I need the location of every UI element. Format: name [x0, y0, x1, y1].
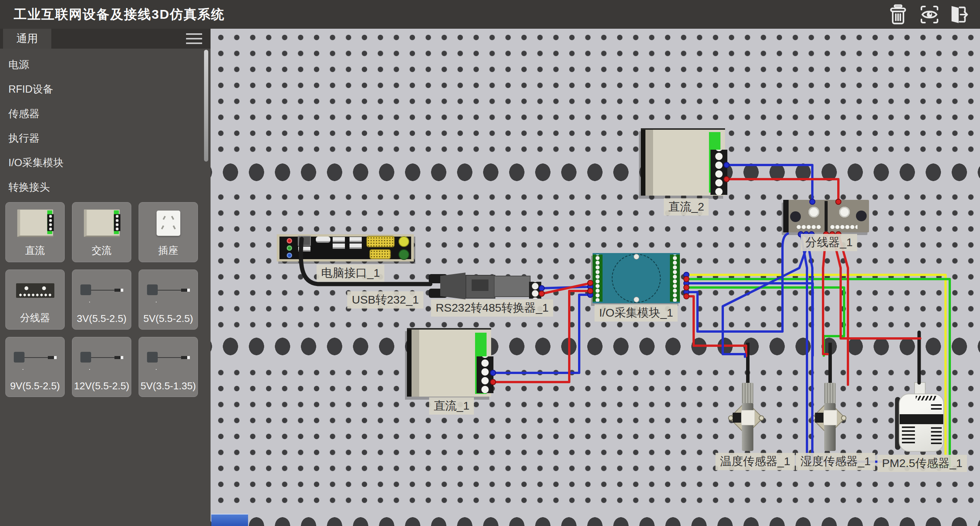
- tile-label: 插座: [139, 244, 198, 257]
- wire-node[interactable]: [490, 379, 496, 385]
- device-label[interactable]: RS232转485转换器_1: [431, 299, 553, 317]
- wire-node[interactable]: [588, 288, 593, 294]
- tile-label: 5V(3.5-1.35): [139, 380, 198, 392]
- app-window: 直流_2 分线器_1 电脑接口_1 USB转232_1 RS232转485转换器…: [0, 0, 980, 526]
- device-label[interactable]: 电脑接口_1: [317, 265, 384, 282]
- tile-dc[interactable]: 直流: [5, 202, 65, 262]
- wire-blue[interactable]: [801, 234, 900, 462]
- wire-node[interactable]: [539, 291, 544, 296]
- wire-node[interactable]: [684, 285, 689, 290]
- ac-psu-icon: [84, 210, 119, 237]
- dc-psu-icon: [17, 210, 53, 237]
- tile-label: 9V(5.5-2.5): [6, 380, 64, 392]
- menu-icon[interactable]: [186, 33, 202, 44]
- sidebar-item-sensor[interactable]: 传感器: [0, 101, 199, 126]
- component-tile-grid: 直流 交流 插座 分线器 3V(5.5-2.5) 5V(5.5-2.5): [5, 202, 198, 397]
- device-label[interactable]: USB转232_1: [347, 291, 423, 309]
- sidebar-item-adapter[interactable]: 转换接头: [0, 175, 199, 199]
- device-label[interactable]: 温度传感器_1: [715, 453, 795, 470]
- adapter-icon: [147, 283, 190, 298]
- wire-node[interactable]: [490, 370, 496, 376]
- exit-icon[interactable]: [947, 4, 969, 25]
- tile-label: 12V(5.5-2.5): [72, 380, 131, 392]
- wire-red[interactable]: [727, 179, 838, 199]
- device-label[interactable]: 直流_1: [429, 397, 474, 415]
- title-bar: 工业互联网设备及接线3D仿真系统: [0, 0, 980, 29]
- wire-node[interactable]: [836, 199, 841, 204]
- tile-5v[interactable]: 5V(5.5-2.5): [139, 270, 198, 330]
- device-label[interactable]: PM2.5传感器_1: [877, 455, 967, 472]
- wire-node[interactable]: [588, 280, 593, 286]
- wire-blue[interactable]: [723, 234, 812, 357]
- tab-strip: 通用: [0, 29, 211, 49]
- tile-socket[interactable]: 插座: [139, 202, 198, 262]
- device-label[interactable]: I/O采集模块_1: [595, 304, 678, 322]
- tile-label: 3V(5.5-2.5): [72, 313, 131, 325]
- wire-node[interactable]: [724, 162, 729, 168]
- menu-icon-bar: [186, 42, 202, 44]
- wire-green[interactable]: [687, 279, 950, 466]
- sidebar-item-rfid[interactable]: RFID设备: [0, 77, 199, 101]
- wire-node[interactable]: [684, 294, 689, 299]
- tile-splitter[interactable]: 分线器: [5, 270, 65, 330]
- tab-general[interactable]: 通用: [3, 29, 51, 49]
- adapter-icon: [80, 283, 123, 298]
- sidebar-item-io-module[interactable]: I/O采集模块: [0, 150, 199, 175]
- tile-label: 分线器: [6, 311, 64, 325]
- view-icon[interactable]: [919, 4, 940, 25]
- adapter-icon: [147, 350, 190, 366]
- wire-node[interactable]: [539, 286, 544, 291]
- tile-5v-135[interactable]: 5V(3.5-1.35): [139, 337, 198, 397]
- tile-12v[interactable]: 12V(5.5-2.5): [72, 337, 131, 397]
- device-label[interactable]: 湿度传感器_1: [796, 453, 875, 470]
- sidebar-item-actuator[interactable]: 执行器: [0, 126, 199, 150]
- adapter-icon: [80, 350, 123, 366]
- component-sidebar: 通用 电源 RFID设备 传感器 执行器 I/O采集模块 转换接头 直流 交流: [0, 29, 211, 526]
- page-title: 工业互联网设备及接线3D仿真系统: [14, 0, 225, 29]
- tile-3v[interactable]: 3V(5.5-2.5): [72, 270, 131, 330]
- tile-label: 交流: [72, 244, 131, 257]
- wire-nodes[interactable]: [490, 162, 815, 376]
- device-label[interactable]: 分线器_1: [801, 234, 857, 251]
- adapter-icon: [14, 350, 57, 366]
- device-label[interactable]: 直流_2: [664, 198, 709, 216]
- wire-red[interactable]: [687, 296, 746, 356]
- tile-label: 5V(5.5-2.5): [139, 313, 198, 325]
- socket-icon: [157, 211, 180, 236]
- trash-icon[interactable]: [887, 4, 909, 25]
- sidebar-scrollbar[interactable]: [204, 50, 208, 162]
- tile-label: 直流: [6, 244, 64, 257]
- tile-9v[interactable]: 9V(5.5-2.5): [5, 337, 65, 397]
- splitter-icon: [16, 283, 54, 298]
- menu-icon-bar: [186, 38, 202, 39]
- category-menu: 电源 RFID设备 传感器 执行器 I/O采集模块 转换接头: [0, 52, 199, 199]
- tile-ac[interactable]: 交流: [72, 202, 131, 262]
- wire-yellow[interactable]: [687, 275, 946, 464]
- sidebar-item-power[interactable]: 电源: [0, 52, 199, 77]
- wire-node[interactable]: [724, 176, 729, 182]
- wire-node[interactable]: [684, 276, 689, 282]
- wire-node[interactable]: [810, 199, 815, 204]
- wire-blue[interactable]: [727, 165, 812, 199]
- menu-icon-bar: [186, 33, 202, 35]
